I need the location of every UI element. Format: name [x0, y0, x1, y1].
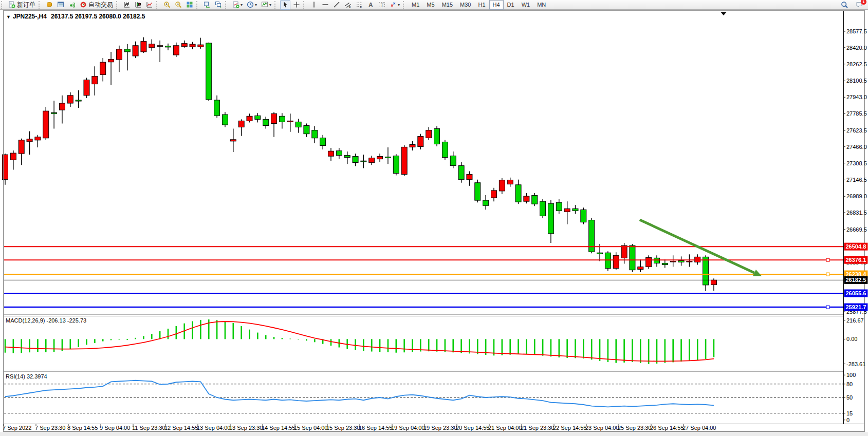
- candle-body: [662, 263, 668, 264]
- price-tick-label: 27785.5: [846, 110, 867, 117]
- time-tick-label: 25 Sep 23:30: [618, 425, 651, 431]
- line-handle[interactable]: [826, 306, 829, 309]
- time-tick-label: 12 Sep 14:55: [164, 425, 198, 431]
- candle-body: [59, 103, 65, 110]
- cascade-windows-button[interactable]: [213, 0, 224, 10]
- line-handle[interactable]: [826, 258, 829, 261]
- arrow-objects-button[interactable]: ▾: [388, 0, 401, 10]
- candle-body: [336, 151, 342, 156]
- candle-body: [507, 180, 513, 184]
- market-watch-button[interactable]: [44, 0, 54, 10]
- time-axis[interactable]: 7 Sep 20227 Sep 23:308 Sep 14:559 Sep 04…: [3, 424, 716, 431]
- candle-body: [247, 116, 252, 121]
- time-tick-label: 15 Sep 04:00: [294, 425, 327, 431]
- horizontal-line-button[interactable]: [320, 0, 330, 10]
- candle-body: [369, 158, 375, 163]
- vertical-line-button[interactable]: [309, 0, 319, 10]
- new-chart-button[interactable]: ▾: [231, 0, 244, 10]
- arrange-windows-icon: [204, 1, 211, 8]
- price-line-tag-label: 26182.5: [846, 277, 866, 283]
- chat-button[interactable]: 1: [854, 0, 864, 10]
- toolbar-grip: [225, 1, 228, 9]
- chart-title: ▼JPN225-,H426137.5 26197.5 26080.0 26182…: [6, 13, 145, 20]
- tf-button-M5[interactable]: M5: [423, 0, 438, 10]
- rsi-tick-label: 15: [846, 410, 853, 416]
- candlestick-chart-button[interactable]: [133, 0, 143, 10]
- time-tick-label: 27 Sep 04:00: [682, 425, 716, 431]
- candle-body: [287, 121, 293, 122]
- bar-chart-button[interactable]: [122, 0, 132, 10]
- toolbar-grip: [403, 1, 406, 9]
- candle-body: [434, 129, 440, 144]
- candle-body: [279, 116, 285, 122]
- chart-profiles-button[interactable]: ▾: [245, 0, 258, 10]
- tf-button-M30[interactable]: M30: [456, 0, 474, 10]
- time-tick-label: 22 Sep 14:55: [553, 425, 586, 431]
- trendline-icon: [333, 1, 340, 8]
- crosshair-icon: [293, 1, 300, 8]
- candle-body: [572, 208, 578, 211]
- text-label-button[interactable]: T: [377, 0, 387, 10]
- candle-body: [344, 156, 350, 158]
- candle-body: [255, 116, 261, 119]
- price-line-tag-label: 26055.6: [846, 290, 866, 296]
- cursor-button[interactable]: [280, 0, 290, 10]
- line-chart-icon: [146, 1, 153, 8]
- price-tick-label: 26989.0: [846, 193, 867, 199]
- arrange-windows-button[interactable]: [202, 0, 212, 10]
- candle-body: [35, 137, 41, 140]
- data-window-button[interactable]: [56, 0, 66, 10]
- candle-body: [475, 183, 481, 200]
- price-line-tag-label: 26376.1: [846, 257, 866, 263]
- line-handle[interactable]: [826, 273, 829, 276]
- new-order-button[interactable]: 新订单: [7, 0, 37, 10]
- chart-canvas[interactable]: 28577.528420.028262.528100.527943.027785…: [0, 0, 868, 436]
- tf-button-H4[interactable]: H4: [489, 0, 504, 10]
- time-tick-label: 20 Sep 14:55: [456, 425, 489, 431]
- candle-body: [19, 140, 24, 154]
- price-line-tag-label: 26504.8: [846, 243, 866, 250]
- tf-button-W1[interactable]: W1: [518, 0, 534, 10]
- equidistant-channel-icon: E: [344, 1, 352, 8]
- autotrading-button[interactable]: 自动交易: [78, 0, 115, 10]
- fibonacci-button[interactable]: F: [354, 0, 364, 10]
- zoom-out-icon: [175, 1, 182, 8]
- tf-button-D1[interactable]: D1: [504, 0, 518, 10]
- fibonacci-icon: F: [356, 1, 363, 8]
- candle-body: [564, 208, 570, 212]
- tf-button-M1[interactable]: M1: [408, 0, 423, 10]
- signals-button[interactable]: [67, 0, 77, 10]
- tf-button-MN[interactable]: MN: [533, 0, 549, 10]
- arrow-objects-icon: [390, 1, 397, 8]
- equidistant-channel-button[interactable]: E: [343, 0, 353, 10]
- chart-ohlc-label: 26137.5 26197.5 26080.0 26182.5: [51, 13, 145, 20]
- candle-body: [320, 138, 326, 146]
- candle-body: [687, 261, 692, 262]
- candle-body: [133, 46, 138, 56]
- crosshair-button[interactable]: [291, 0, 302, 10]
- tile-windows-button[interactable]: [184, 0, 195, 10]
- price-tick-label: 27146.5: [846, 177, 867, 183]
- tf-button-M15[interactable]: M15: [438, 0, 456, 10]
- candle-body: [222, 115, 228, 125]
- text-button[interactable]: A: [365, 0, 376, 10]
- zoom-in-button[interactable]: [162, 0, 172, 10]
- trendline-button[interactable]: [331, 0, 342, 10]
- candle-body: [173, 46, 179, 55]
- candle-body: [540, 201, 546, 216]
- data-window-icon: [57, 1, 64, 8]
- zoom-out-button[interactable]: [173, 0, 183, 10]
- candle-body: [27, 139, 32, 142]
- time-tick-label: 19 Sep 23:30: [423, 425, 457, 431]
- price-tick-label: 27308.5: [846, 160, 867, 166]
- search-button[interactable]: [839, 0, 849, 10]
- indicators-button[interactable]: ▾: [260, 0, 273, 10]
- tf-button-H1[interactable]: H1: [474, 0, 489, 10]
- candle-body: [51, 112, 57, 113]
- chart-collapse-icon[interactable]: ▼: [6, 14, 11, 20]
- line-chart-button[interactable]: [144, 0, 155, 10]
- toolbar-grip: [156, 1, 159, 9]
- time-tick-label: 7 Sep 23:30: [35, 425, 65, 431]
- price-tick-label: 27466.0: [846, 144, 867, 150]
- candle-body: [524, 196, 529, 201]
